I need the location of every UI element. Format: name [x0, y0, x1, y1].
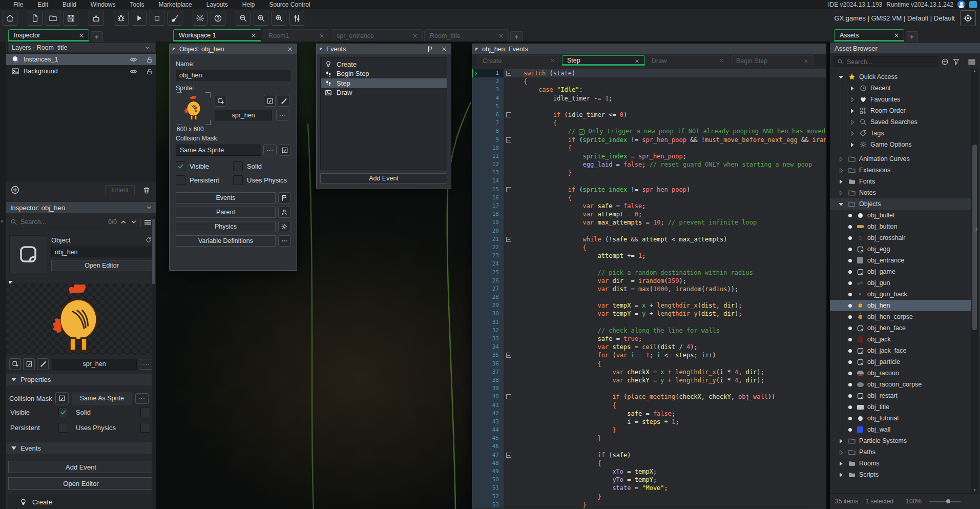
close-icon[interactable]: [250, 32, 257, 39]
asset-obj_crosshair[interactable]: obj_crosshair: [830, 232, 974, 243]
asset-obj_tutorial[interactable]: obj_tutorial: [830, 413, 974, 424]
events-window-titlebar[interactable]: Events: [317, 44, 451, 54]
tab-spr_entrance[interactable]: spr_entrance: [331, 29, 423, 42]
delete-layer-button[interactable]: [141, 185, 152, 196]
event-create[interactable]: Create: [321, 59, 447, 69]
parent-person-button[interactable]: [278, 207, 290, 218]
add-event-button[interactable]: Add Event: [8, 461, 154, 473]
object-window-titlebar[interactable]: Object: obj_hen: [170, 44, 297, 54]
expander-icon[interactable]: [837, 167, 845, 174]
fold-toggle[interactable]: −: [506, 353, 511, 358]
package-build-button[interactable]: [89, 11, 103, 26]
inspector-menu-icon[interactable]: [140, 218, 152, 227]
code-tab-begin-step[interactable]: Begin Step: [731, 55, 814, 66]
asset-search-input[interactable]: Search...: [833, 56, 937, 67]
fold-toggle[interactable]: −: [506, 453, 511, 458]
edit-image-button[interactable]: [278, 95, 289, 107]
expander-icon[interactable]: [837, 437, 845, 445]
asset-obj_entrance[interactable]: obj_entrance: [830, 255, 974, 266]
code-tab-create[interactable]: Create: [477, 55, 560, 66]
search-prev-icon[interactable]: [120, 218, 127, 226]
tab-workspace-1[interactable]: Workspace 1: [173, 29, 261, 42]
new-tab-button[interactable]: [91, 31, 103, 42]
tree-room-order[interactable]: Room Order: [830, 105, 974, 116]
close-icon[interactable]: [78, 32, 85, 39]
tree-quick-access[interactable]: Quick Access: [830, 71, 974, 83]
expander-icon[interactable]: [848, 130, 856, 137]
close-icon[interactable]: [804, 57, 810, 64]
create-asset-icon[interactable]: [941, 58, 949, 66]
asset-obj_egg[interactable]: obj_egg: [830, 243, 974, 255]
preferences-button[interactable]: [193, 11, 207, 26]
checkbox[interactable]: [140, 408, 150, 417]
event-begin-step[interactable]: Begin Step: [321, 69, 447, 79]
menu-source-control[interactable]: Source Control: [262, 1, 318, 9]
asset-obj_gun[interactable]: obj_gun: [830, 277, 974, 289]
code-editor[interactable]: 1−switch (state)2{3 case "Idle":4 idle_t…: [472, 66, 826, 508]
tree-recent[interactable]: Recent: [830, 83, 974, 94]
tree-rooms[interactable]: Rooms: [830, 458, 974, 469]
fold-toggle[interactable]: −: [506, 137, 511, 142]
checkbox[interactable]: [233, 161, 243, 171]
tree-objects[interactable]: Objects: [830, 198, 974, 210]
tree-particle-systems[interactable]: Particle Systems: [830, 435, 974, 446]
layer-row-background[interactable]: Background: [6, 66, 156, 77]
filter-icon[interactable]: [952, 58, 960, 66]
code-tab-step[interactable]: Step: [562, 55, 645, 66]
inspector-scrollbar[interactable]: [152, 216, 156, 509]
build-target-string[interactable]: GX.games | GMS2 VM | Default | Default: [834, 14, 955, 22]
add-layer-icon[interactable]: [10, 185, 20, 195]
close-icon[interactable]: [286, 46, 294, 53]
menu-marketplace[interactable]: Marketplace: [151, 1, 199, 9]
search-next-icon[interactable]: [130, 218, 137, 226]
collision-mask-mode[interactable]: Same As Sprite: [72, 393, 132, 404]
close-icon[interactable]: [441, 46, 448, 53]
expander-icon[interactable]: [837, 471, 845, 479]
events-button[interactable]: Events: [176, 192, 276, 203]
checkbox[interactable]: [176, 175, 185, 185]
tree-scripts[interactable]: Scripts: [830, 469, 974, 480]
menu-help[interactable]: Help: [235, 1, 262, 9]
checkbox[interactable]: [140, 423, 150, 433]
add-event-button[interactable]: Add Event: [320, 173, 447, 184]
reset-view-icon[interactable]: [968, 498, 975, 505]
expander-icon[interactable]: [837, 449, 845, 456]
physics-button[interactable]: Physics: [176, 221, 276, 232]
asset-obj_gun_back[interactable]: obj_gun_back: [830, 289, 974, 300]
asset-obj_game[interactable]: obj_game: [830, 266, 974, 277]
right-dock-collapse-icon[interactable]: ›: [975, 226, 977, 233]
stop-button[interactable]: [150, 11, 164, 26]
zoom-in-button[interactable]: [272, 11, 286, 26]
asset-obj_jack[interactable]: obj_jack: [830, 334, 974, 345]
asset-obj_particle[interactable]: obj_particle: [830, 356, 974, 368]
save-file-button[interactable]: [64, 11, 78, 26]
close-icon[interactable]: [893, 32, 900, 39]
zoom-slider[interactable]: [929, 501, 961, 502]
asset-obj_racoon[interactable]: obj_racoon: [830, 368, 974, 379]
object-name-field[interactable]: [51, 247, 152, 257]
asset-obj_restart[interactable]: obj_restart: [830, 390, 974, 401]
close-icon[interactable]: [635, 57, 641, 64]
tab-room_title[interactable]: Room_title: [424, 29, 509, 42]
tab-room1[interactable]: Room1: [263, 29, 329, 42]
target-manager-button[interactable]: [960, 10, 976, 26]
close-icon[interactable]: [411, 32, 419, 39]
inspector-target-dropdown[interactable]: Inspector: obj_hen: [6, 202, 156, 213]
zoom-actual-button[interactable]: [254, 11, 268, 26]
window-scale-button[interactable]: [289, 11, 304, 26]
new-file-button[interactable]: [28, 11, 43, 26]
variable-definitions-button[interactable]: Variable Definitions: [176, 235, 276, 247]
fold-toggle[interactable]: −: [506, 237, 511, 242]
tree-favourites[interactable]: Favourites: [830, 94, 974, 105]
expander-icon[interactable]: [837, 155, 845, 163]
sprite-name-field[interactable]: spr_hen: [52, 359, 137, 370]
tree-paths[interactable]: Paths: [830, 446, 974, 458]
edit-sprite-button[interactable]: [23, 358, 35, 370]
menu-windows[interactable]: Windows: [84, 1, 123, 9]
code-tab-draw[interactable]: Draw: [647, 55, 729, 66]
close-icon[interactable]: [497, 32, 505, 39]
tag-icon[interactable]: [145, 236, 152, 243]
asset-browser-menu-icon[interactable]: [964, 57, 976, 67]
collision-mask-dropdown[interactable]: Same As Sprite: [176, 145, 261, 156]
asset-obj_wall[interactable]: obj_wall: [830, 424, 974, 435]
